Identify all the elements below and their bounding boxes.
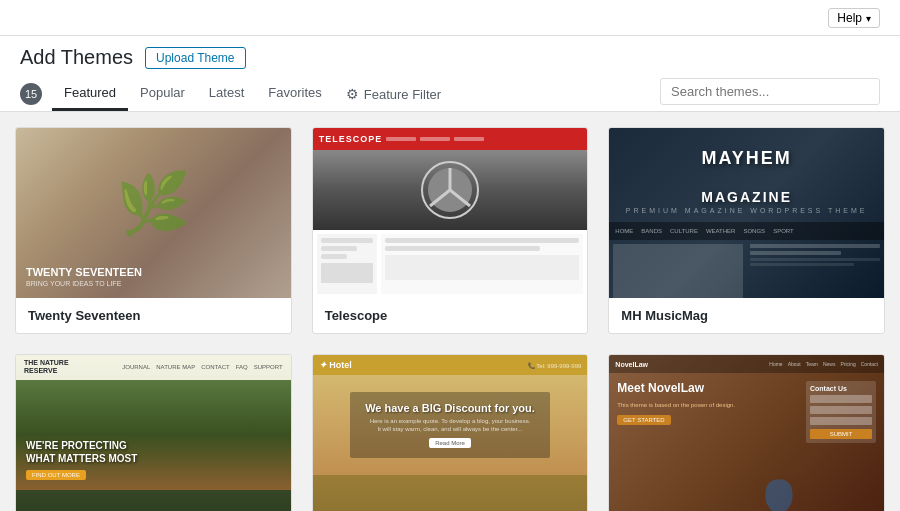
theme-name: MH MusicMag xyxy=(609,298,884,333)
help-label: Help xyxy=(837,11,862,25)
upload-theme-button[interactable]: Upload Theme xyxy=(145,47,246,69)
main-content: 🌿 TWENTY SEVENTEEN Bring your ideas to l… xyxy=(0,112,900,511)
car-decoration xyxy=(313,150,588,230)
mag-title-line2: MAGAZINE xyxy=(609,169,884,205)
hotel-contact: 📞 Tel: 999-999-999 xyxy=(528,362,582,369)
chevron-down-icon xyxy=(866,11,871,25)
theme-thumbnail: NovelLaw Home About Team News Pricing Co… xyxy=(609,355,884,511)
novel-cta: GET STARTED xyxy=(617,415,670,425)
theme-count-badge: 15 xyxy=(20,83,42,105)
tab-popular[interactable]: Popular xyxy=(128,77,197,111)
theme-thumbnail: TELESCOPE xyxy=(313,128,588,298)
theme-thumbnail: THE NATURE RESERVE JOURNAL NATURE MAP CO… xyxy=(16,355,291,511)
hotel-logo: ✦ Hotel xyxy=(319,360,352,370)
theme-thumbnail: MAYHEM MAGAZINE PREMIUM MAGAZINE WORDPRE… xyxy=(609,128,884,298)
tab-favorites[interactable]: Favorites xyxy=(256,77,333,111)
theme-card-twenty-seventeen[interactable]: 🌿 TWENTY SEVENTEEN Bring your ideas to l… xyxy=(15,127,292,334)
tab-latest[interactable]: Latest xyxy=(197,77,256,111)
theme-name: Telescope xyxy=(313,298,588,333)
theme-thumbnail: 🌿 TWENTY SEVENTEEN Bring your ideas to l… xyxy=(16,128,291,298)
theme-card-nature-reserve[interactable]: THE NATURE RESERVE JOURNAL NATURE MAP CO… xyxy=(15,354,292,511)
theme-card-hotel[interactable]: ✦ Hotel 📞 Tel: 999-999-999 We have a BIG… xyxy=(312,354,589,511)
theme-grid: 🌿 TWENTY SEVENTEEN Bring your ideas to l… xyxy=(15,127,885,511)
protecting-text: WE'RE PROTECTINGWHAT MATTERS MOST xyxy=(26,439,137,465)
theme-thumb-text: TWENTY SEVENTEEN Bring your ideas to lif… xyxy=(26,265,142,288)
theme-card-telescope[interactable]: TELESCOPE xyxy=(312,127,589,334)
submit-btn: SUBMIT xyxy=(810,429,872,439)
novel-title: Meet NovelLaw xyxy=(617,381,798,397)
novel-desc: This theme is based on the power of desi… xyxy=(617,401,798,410)
theme-card-mh-musicmag[interactable]: MAYHEM MAGAZINE PREMIUM MAGAZINE WORDPRE… xyxy=(608,127,885,334)
theme-card-novellaw[interactable]: NovelLaw Home About Team News Pricing Co… xyxy=(608,354,885,511)
top-bar: Help xyxy=(0,0,900,36)
gear-icon: ⚙ xyxy=(346,86,359,102)
nature-cta: FIND OUT MORE xyxy=(26,470,86,480)
page-title: Add Themes xyxy=(20,46,133,69)
novel-logo: NovelLaw xyxy=(615,361,648,368)
theme-thumbnail: ✦ Hotel 📞 Tel: 999-999-999 We have a BIG… xyxy=(313,355,588,511)
mag-title-line1: MAYHEM xyxy=(609,128,884,169)
feature-filter-label: Feature Filter xyxy=(364,87,441,102)
feature-filter-button[interactable]: ⚙ Feature Filter xyxy=(334,78,453,110)
help-button[interactable]: Help xyxy=(828,8,880,28)
search-input[interactable] xyxy=(660,78,880,105)
page-title-row: Add Themes Upload Theme xyxy=(20,46,880,69)
read-more-btn: Read More xyxy=(429,438,471,448)
hotel-heading: We have a BIG Discount for you. xyxy=(365,402,535,414)
nature-logo: THE NATURE RESERVE xyxy=(24,359,69,376)
hotel-subtext: Here is an example quote. To develop a b… xyxy=(365,417,535,434)
plant-decoration: 🌿 xyxy=(116,168,191,239)
nav-tabs: 15 Featured Popular Latest Favorites ⚙ F… xyxy=(20,77,880,111)
mag-subtitle: PREMIUM MAGAZINE WORDPRESS THEME xyxy=(609,207,884,214)
theme-name: Twenty Seventeen xyxy=(16,298,291,333)
page-header: Add Themes Upload Theme 15 Featured Popu… xyxy=(0,36,900,112)
contact-label: Contact Us xyxy=(810,385,872,392)
tab-featured[interactable]: Featured xyxy=(52,77,128,111)
